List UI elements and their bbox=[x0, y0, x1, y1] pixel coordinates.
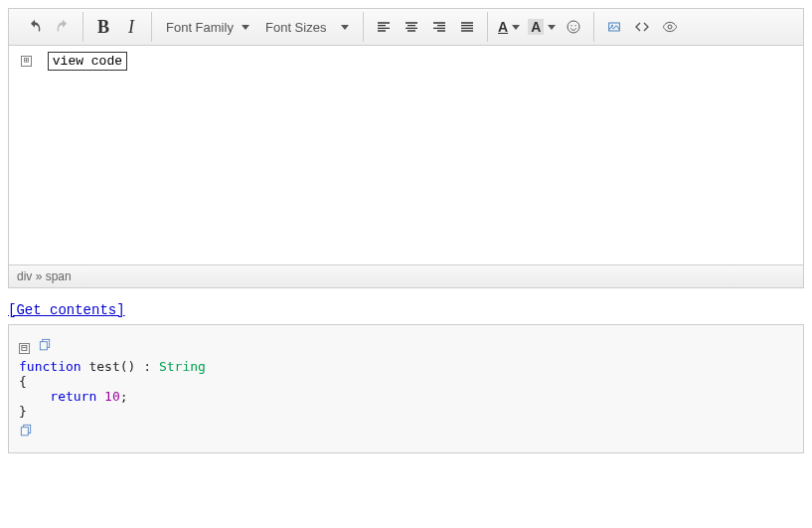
svg-point-5 bbox=[668, 25, 672, 29]
chevron-down-icon bbox=[548, 25, 556, 30]
align-right-button[interactable] bbox=[425, 13, 453, 41]
eye-icon bbox=[662, 19, 678, 35]
code-block: function test() : String { return 10; } bbox=[19, 359, 793, 419]
text-color-icon: A bbox=[498, 19, 508, 35]
view-code-span[interactable]: view code bbox=[48, 52, 127, 71]
font-family-label: Font Family bbox=[166, 20, 234, 35]
status-bar: div » span bbox=[9, 264, 803, 287]
font-family-dropdown[interactable]: Font Family bbox=[158, 14, 257, 40]
redo-button[interactable] bbox=[49, 13, 77, 41]
align-center-button[interactable] bbox=[398, 13, 425, 41]
source-code-button[interactable] bbox=[628, 13, 656, 41]
undo-icon bbox=[27, 19, 43, 35]
font-size-dropdown[interactable]: Font Sizes bbox=[257, 14, 357, 40]
chevron-down-icon bbox=[341, 25, 349, 30]
svg-rect-7 bbox=[40, 342, 47, 350]
editor-container: B I Font Family Font Sizes bbox=[8, 8, 804, 288]
preview-button[interactable] bbox=[656, 13, 684, 41]
get-contents-link[interactable]: [Get contents] bbox=[8, 302, 125, 318]
num-literal: 10 bbox=[104, 389, 120, 404]
code-fname: test() : bbox=[81, 359, 159, 374]
kw-return: return bbox=[50, 389, 96, 404]
cls-string: String bbox=[159, 359, 206, 374]
italic-icon: I bbox=[128, 17, 134, 38]
code-close-brace: } bbox=[19, 404, 27, 419]
align-right-icon bbox=[431, 19, 447, 35]
code-open-brace: { bbox=[19, 374, 27, 389]
svg-rect-9 bbox=[21, 428, 28, 436]
kw-function: function bbox=[19, 359, 81, 374]
toolbar: B I Font Family Font Sizes bbox=[9, 9, 803, 46]
toolbar-group-insert bbox=[594, 12, 690, 42]
element-path[interactable]: div » span bbox=[17, 269, 72, 283]
code-icon bbox=[634, 19, 650, 35]
insert-image-button[interactable] bbox=[600, 13, 628, 41]
text-color-button[interactable]: A bbox=[494, 13, 524, 41]
chevron-down-icon bbox=[512, 25, 520, 30]
code-output-panel: ⊟ function test() : String { return 10; … bbox=[8, 324, 804, 453]
toolbar-group-history bbox=[15, 12, 83, 42]
bold-icon: B bbox=[97, 17, 109, 38]
emoticon-button[interactable] bbox=[560, 13, 587, 41]
bold-button[interactable]: B bbox=[89, 13, 117, 41]
align-center-icon bbox=[404, 19, 419, 35]
copy-button-top[interactable] bbox=[38, 337, 52, 355]
toolbar-group-color: A A bbox=[488, 12, 594, 42]
toolbar-group-style: B I bbox=[83, 12, 152, 42]
smiley-icon bbox=[566, 19, 581, 35]
align-left-icon bbox=[376, 19, 392, 35]
svg-point-2 bbox=[575, 25, 576, 26]
svg-point-1 bbox=[571, 25, 572, 26]
font-size-label: Font Sizes bbox=[265, 20, 326, 35]
copy-icon bbox=[38, 337, 52, 351]
highlight-color-button[interactable]: A bbox=[524, 13, 560, 41]
align-left-button[interactable] bbox=[370, 13, 398, 41]
image-icon bbox=[606, 19, 622, 35]
svg-point-0 bbox=[568, 21, 579, 33]
highlight-icon: A bbox=[528, 19, 544, 35]
copy-button-bottom[interactable] bbox=[19, 423, 33, 440]
editor-content[interactable]: ⊞ view code bbox=[9, 46, 803, 264]
undo-button[interactable] bbox=[21, 13, 49, 41]
code-semi: ; bbox=[120, 389, 128, 404]
expand-toggle[interactable]: ⊞ bbox=[21, 56, 32, 67]
copy-icon bbox=[19, 423, 33, 437]
collapse-toggle[interactable]: ⊟ bbox=[19, 343, 30, 354]
align-justify-button[interactable] bbox=[453, 13, 481, 41]
redo-icon bbox=[55, 19, 71, 35]
toolbar-group-align bbox=[364, 12, 488, 42]
align-justify-icon bbox=[459, 19, 475, 35]
toolbar-group-font: Font Family Font Sizes bbox=[152, 12, 364, 42]
italic-button[interactable]: I bbox=[117, 13, 145, 41]
chevron-down-icon bbox=[242, 25, 249, 30]
